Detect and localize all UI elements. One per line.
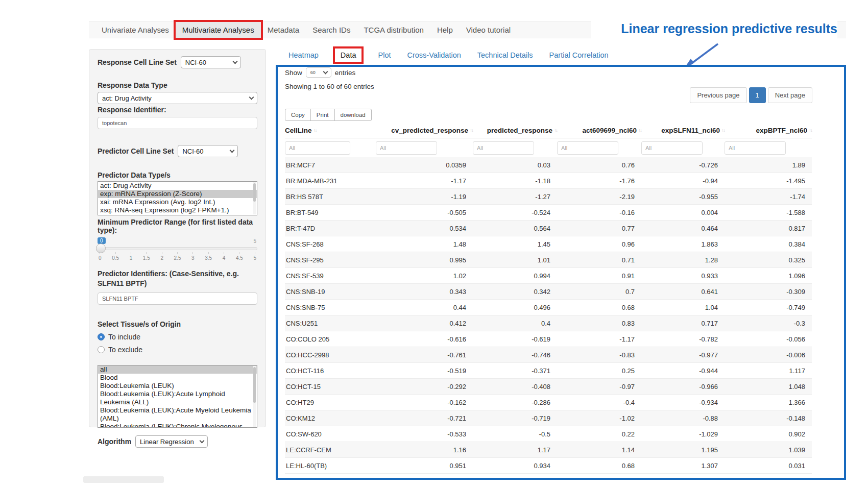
tab-cross-validation[interactable]: Cross-Validation: [407, 51, 461, 59]
tissue-radio-to-include[interactable]: To include: [98, 333, 257, 341]
tab-heatmap[interactable]: Heatmap: [288, 51, 319, 59]
cell-line-cell: CNS:U251: [285, 320, 376, 327]
scrollbar[interactable]: [253, 366, 256, 427]
column-filter-input[interactable]: [473, 141, 534, 155]
min-predictor-range-slider[interactable]: 0 5 00.511.522.533.544.55: [98, 237, 257, 263]
value-cell: -1.27: [473, 193, 557, 201]
table-row[interactable]: CO:SW-620-0.533-0.50.22-1.0290.902: [285, 426, 812, 442]
value-cell: -0.519: [376, 367, 473, 375]
response-identifier-input[interactable]: [98, 117, 257, 129]
scrollbar[interactable]: [253, 182, 256, 214]
table-row[interactable]: CO:KM12-0.721-0.719-1.02-0.88-0.148: [285, 410, 812, 426]
previous-page-button[interactable]: Previous page: [690, 87, 746, 103]
nav-item-tcga-distribution[interactable]: TCGA distribution: [357, 22, 430, 38]
column-header-act609699-nci60[interactable]: act609699_nci60↑↓: [557, 127, 641, 134]
response-data-type-select[interactable]: act: Drug Activity: [98, 92, 257, 104]
chevron-down-icon: [200, 438, 205, 444]
nav-item-univariate-analyses[interactable]: Univariate Analyses: [95, 22, 176, 38]
cell-line-cell: CO:HT29: [285, 399, 376, 406]
nav-item-metadata[interactable]: Metadata: [261, 22, 306, 38]
column-filter-input[interactable]: [285, 141, 350, 155]
column-header-predicted-response[interactable]: predicted_response↑↓: [473, 127, 557, 134]
table-row[interactable]: BR:BT-549-0.505-0.524-0.160.004-1.588: [285, 205, 812, 221]
sort-icon[interactable]: ↑↓: [809, 128, 812, 133]
predictor-type-option[interactable]: exp: mRNA Expression (Z-Score): [98, 190, 257, 198]
value-cell: 0.934: [473, 462, 557, 470]
tab-partial-correlation[interactable]: Partial Correlation: [549, 51, 609, 59]
slider-tick: 3.5: [205, 252, 212, 261]
value-cell: 0.817: [725, 225, 812, 232]
table-row[interactable]: CO:HCT-15-0.292-0.408-0.97-0.9661.048: [285, 379, 812, 395]
table-row[interactable]: BR:MCF70.03590.030.76-0.7261.89: [285, 157, 812, 173]
predictor-type-option[interactable]: act: Drug Activity: [98, 182, 257, 190]
slider-track[interactable]: [98, 247, 257, 250]
sort-icon[interactable]: ↑↓: [314, 128, 317, 133]
table-row[interactable]: CO:HCT-116-0.519-0.3710.25-0.9441.117: [285, 363, 812, 379]
predictor-type-option[interactable]: xsq: RNA-seq Expression (log2 FPKM+1.): [98, 206, 257, 214]
table-row[interactable]: BR:HS 578T-1.19-1.27-2.19-0.955-1.74: [285, 189, 812, 205]
column-header-label: expSLFN11_nci60: [661, 127, 720, 134]
tissue-option[interactable]: Blood:Leukemia (LEUK):Acute Lymphoid Leu…: [98, 390, 257, 406]
page-number-button[interactable]: 1: [749, 87, 766, 103]
tissue-option[interactable]: all: [98, 365, 257, 374]
column-header-label: CellLine: [285, 127, 312, 134]
tab-plot[interactable]: Plot: [378, 51, 391, 59]
column-filter-input[interactable]: [557, 141, 618, 155]
tissue-radio-to-exclude[interactable]: To exclude: [98, 346, 257, 354]
value-cell: -1.74: [725, 193, 812, 201]
value-cell: 0.342: [473, 288, 557, 296]
next-page-button[interactable]: Next page: [768, 87, 812, 103]
filter-cell: [725, 141, 812, 155]
predictor-type-option[interactable]: xai: mRNA Expression (Avg. log2 Int.): [98, 198, 257, 206]
nav-item-search-ids[interactable]: Search IDs: [306, 22, 357, 38]
predictor-cell-line-set-select[interactable]: NCI-60: [178, 145, 238, 157]
table-row[interactable]: CO:HCC-2998-0.761-0.746-0.83-0.977-0.006: [285, 347, 812, 363]
column-header-cellline[interactable]: CellLine↑↓: [285, 127, 376, 134]
table-row[interactable]: LE:HL-60(TB)0.9510.9340.681.3070.031: [285, 458, 812, 474]
table-row[interactable]: CNS:SNB-750.440.4960.681.04-0.749: [285, 300, 812, 315]
algorithm-select[interactable]: Linear Regression: [135, 435, 208, 448]
table-body: BR:MCF70.03590.030.76-0.7261.89BR:MDA-MB…: [285, 157, 812, 474]
value-cell: -1.588: [725, 209, 812, 216]
value-cell: 0.25: [557, 367, 641, 375]
response-identifier-label: Response Identifier:: [98, 106, 257, 114]
print-button[interactable]: Print: [310, 109, 335, 121]
column-filter-input[interactable]: [376, 141, 437, 155]
column-header-expslfn11-nci60[interactable]: expSLFN11_nci60↑↓: [641, 127, 725, 134]
response-cell-line-set-select[interactable]: NCI-60: [181, 56, 241, 68]
filter-cell: [641, 141, 725, 155]
nav-item-help[interactable]: Help: [430, 22, 460, 38]
tissue-origin-label: Select Tissue/s of Origin: [98, 320, 257, 328]
tissue-listbox[interactable]: allBloodBlood:Leukemia (LEUK)Blood:Leuke…: [98, 365, 257, 428]
nav-item-multivariate-analyses[interactable]: Multivariate Analyses: [176, 22, 261, 38]
tissue-option[interactable]: Blood:Leukemia (LEUK):Acute Myeloid Leuk…: [98, 406, 257, 423]
page-length-select[interactable]: 60: [306, 67, 331, 78]
table-row[interactable]: CNS:SF-2950.9951.010.711.280.325: [285, 252, 812, 268]
table-row[interactable]: BR:T-47D0.5340.5640.770.4640.817: [285, 221, 812, 236]
table-row[interactable]: BR:MDA-MB-231-1.17-1.18-1.76-0.94-1.495: [285, 173, 812, 189]
tissue-option[interactable]: Blood: [98, 374, 257, 382]
predictor-identifiers-input[interactable]: [98, 292, 257, 305]
tab-data[interactable]: Data: [335, 48, 362, 62]
nav-item-video-tutorial[interactable]: Video tutorial: [460, 22, 517, 38]
tissue-option[interactable]: Blood:Leukemia (LEUK): [98, 382, 257, 390]
predictor-data-types-listbox[interactable]: act: Drug Activityexp: mRNA Expression (…: [98, 181, 257, 215]
copy-button[interactable]: Copy: [285, 109, 311, 121]
column-header-expbptf-nci60[interactable]: expBPTF_nci60↑↓: [725, 127, 812, 134]
tab-technical-details[interactable]: Technical Details: [477, 51, 533, 59]
value-cell: -1.19: [376, 193, 473, 201]
cell-line-cell: BR:T-47D: [285, 225, 376, 232]
table-row[interactable]: CNS:SF-5391.020.9940.910.9331.096: [285, 268, 812, 284]
column-filter-input[interactable]: [725, 141, 786, 155]
table-row[interactable]: CO:HT29-0.162-0.286-0.4-0.9341.366: [285, 395, 812, 410]
column-filter-input[interactable]: [641, 141, 703, 155]
download-button[interactable]: download: [334, 109, 372, 121]
tissue-option[interactable]: Blood:Leukemia (LEUK):Chronic Myelogenou…: [98, 423, 257, 428]
table-row[interactable]: CNS:U2510.4120.40.830.717-0.3: [285, 315, 812, 331]
table-row[interactable]: CNS:SNB-190.3430.3420.70.641-0.309: [285, 284, 812, 300]
table-row[interactable]: LE:CCRF-CEM1.161.171.141.1951.039: [285, 442, 812, 458]
table-row[interactable]: CO:COLO 205-0.616-0.619-1.17-0.782-0.056: [285, 331, 812, 347]
value-cell: -0.408: [473, 383, 557, 391]
column-header-cv-predicted-response[interactable]: cv_predicted_response↑↓: [376, 127, 473, 134]
table-row[interactable]: CNS:SF-2681.481.450.961.8630.384: [285, 236, 812, 252]
